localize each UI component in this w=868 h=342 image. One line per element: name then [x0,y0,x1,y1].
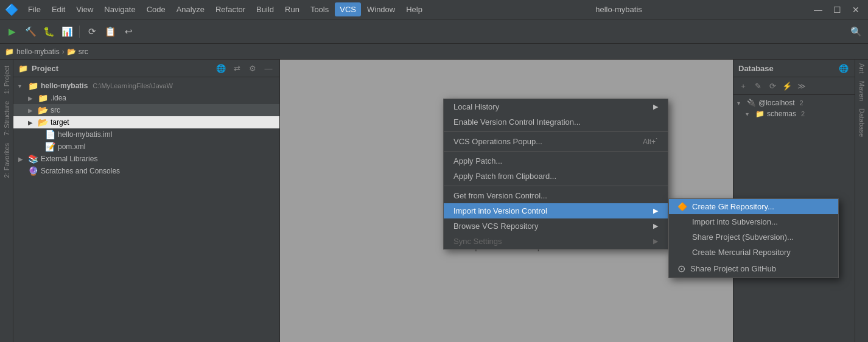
menu-build[interactable]: Build [251,2,279,16]
menu-analyze[interactable]: Analyze [172,2,209,16]
vcs-sync-settings: Sync Settings ▶ [444,234,668,249]
window-title: hello-mybatis [427,5,810,14]
sidebar-structure-label[interactable]: 7: Structure [2,97,12,139]
tree-item-target[interactable]: ▶ 📂 target [13,116,279,128]
submenu-arrow: ▶ [653,237,658,245]
ant-label[interactable]: Ant [857,60,867,77]
build-button[interactable]: 🔨 [22,23,39,40]
import-menu-label: Share Project (Subversion)... [692,232,794,242]
folder-icon: 📁 [5,47,14,56]
project-panel-title: Project [32,64,211,73]
menu-navigate[interactable]: Navigate [99,2,140,16]
tree-item-scratches[interactable]: 🔮 Scratches and Consoles [13,165,279,177]
submenu-arrow: ▶ [653,207,658,215]
folder-icon-src: 📂 [67,47,76,56]
panel-minimize-button[interactable]: — [262,62,275,74]
import-menu-label: Import into Subversion... [692,217,778,226]
tree-label: pom.xml [58,142,85,151]
submenu-arrow: ▶ [653,222,658,230]
db-add-button[interactable]: + [737,80,749,92]
menu-view[interactable]: View [71,2,98,16]
tree-path: C:\MyLearningFiles\JavaW [93,82,172,89]
tree-item-iml[interactable]: 📄 hello-mybatis.iml [13,128,279,141]
folder-icon: 📁 [38,93,48,103]
sidebar-favorites-label[interactable]: 2: Favorites [2,139,12,181]
db-folder-icon: 📁 [755,110,765,118]
sidebar-project-label[interactable]: 1: Project [2,62,12,97]
open-folder-icon: 📂 [38,105,48,115]
run-button[interactable]: ▶ [4,23,21,40]
import-create-git[interactable]: 🔶 Create Git Repository... [669,199,838,214]
tree-label: hello-mybatis.iml [58,130,112,139]
vcs-menu-label: Browse VCS Repository [453,222,538,231]
vcs-local-history[interactable]: Local History ▶ [444,99,668,114]
vcs-apply-patch-clipboard[interactable]: Apply Patch from Clipboard... [444,169,668,184]
maven-icon: 📝 [45,142,55,152]
open-folder-icon: 📂 [38,117,48,127]
panel-settings-button[interactable]: ⚙ [247,62,259,74]
tree-item-external-libs[interactable]: ▶ 📚 External Libraries [13,153,279,165]
vcs-menu-label: Enable Version Control Integration... [453,117,581,127]
import-create-hg[interactable]: Create Mercurial Repository [669,245,838,260]
search-everywhere-button[interactable]: 🔍 [847,23,864,40]
expand-arrow: ▾ [737,100,744,106]
expand-arrow: ▾ [746,111,753,117]
db-more-button[interactable]: ≫ [796,80,808,92]
maven-label[interactable]: Maven [857,77,867,105]
breadcrumb-src[interactable]: src [79,47,88,56]
menu-edit[interactable]: Edit [47,2,70,16]
panel-globe-button[interactable]: 🌐 [215,62,227,74]
debug-button[interactable]: 🐛 [40,23,57,40]
menu-vcs[interactable]: VCS [335,2,361,16]
tree-item-hello-mybatis[interactable]: ▾ 📁 hello-mybatis C:\MyLearningFiles\Jav… [13,80,279,92]
db-filter-button[interactable]: ⚡ [781,80,793,92]
expand-arrow: ▶ [28,119,35,126]
tree-item-idea[interactable]: ▶ 📁 .idea [13,92,279,104]
vcs-menu-label: Local History [453,102,499,111]
db-edit-button[interactable]: ✎ [752,80,764,92]
tree-label: External Libraries [41,155,97,163]
minimize-button[interactable]: — [810,4,826,16]
update-button[interactable]: ⟳ [83,23,100,40]
import-subversion[interactable]: Import into Subversion... [669,214,838,229]
menu-code[interactable]: Code [142,2,170,16]
import-share-svn[interactable]: Share Project (Subversion)... [669,229,838,245]
coverage-button[interactable]: 📊 [58,23,75,40]
tree-item-src[interactable]: ▶ 📂 src [13,104,279,116]
history-button[interactable]: 📋 [102,23,119,40]
panel-sync-button[interactable]: ⇄ [231,62,243,74]
folder-small-icon: 📁 [18,64,28,73]
db-localhost-item[interactable]: ▾ 🔌 @localhost 2 [733,97,855,108]
tree-item-pom[interactable]: 📝 pom.xml [13,141,279,153]
db-refresh-button[interactable]: ⟳ [766,80,779,92]
separator-1 [444,131,668,132]
db-item-badge: 2 [801,110,805,117]
separator-2 [444,151,668,152]
vcs-enable-vci[interactable]: Enable Version Control Integration... [444,114,668,130]
maximize-button[interactable]: ☐ [830,4,845,16]
import-github[interactable]: ⊙ Share Project on GitHub [669,260,838,277]
close-button[interactable]: ✕ [849,4,863,16]
toolbar-separator-1 [79,26,80,38]
vcs-operations-popup[interactable]: VCS Operations Popup... Alt+` [444,134,668,149]
vcs-apply-patch[interactable]: Apply Patch... [444,153,668,169]
vcs-get-from-vc[interactable]: Get from Version Control... [444,188,668,203]
app-logo: 🔷 [5,3,18,16]
menu-run[interactable]: Run [280,2,304,16]
db-globe-button[interactable]: 🌐 [838,62,850,74]
vcs-browse-repo[interactable]: Browse VCS Repository ▶ [444,218,668,234]
revert-button[interactable]: ↩ [120,23,137,40]
vcs-import-into-vc[interactable]: Import into Version Control ▶ [444,203,668,218]
database-label[interactable]: Database [857,105,867,141]
menu-refactor[interactable]: Refactor [211,2,250,16]
menu-file[interactable]: File [23,2,46,16]
db-item-label: schemas [767,110,796,118]
library-icon: 📚 [28,154,38,164]
db-schemas-item[interactable]: ▾ 📁 schemas 2 [733,108,855,119]
menu-window[interactable]: Window [362,2,400,16]
vcs-menu-label: Sync Settings [453,237,502,246]
menu-tools[interactable]: Tools [306,2,334,16]
breadcrumb-project[interactable]: hello-mybatis [16,47,60,56]
import-menu-label: Create Mercurial Repository [692,248,791,257]
menu-help[interactable]: Help [401,2,427,16]
